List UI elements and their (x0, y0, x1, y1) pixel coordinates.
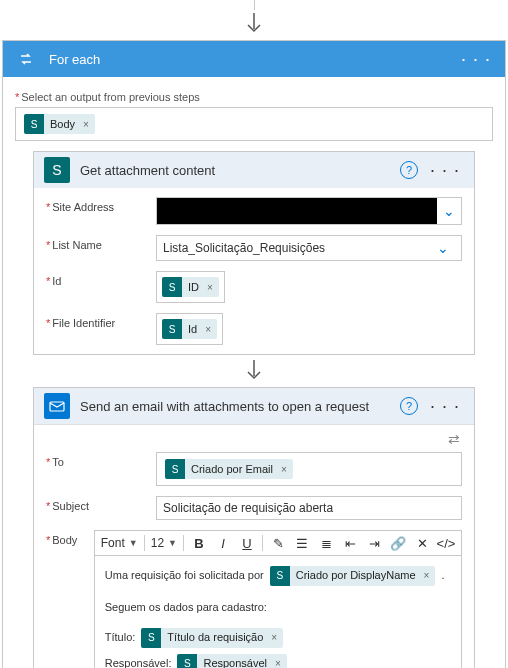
site-address-label: *Site Address (46, 197, 156, 213)
subject-input[interactable]: Solicitação de requisição aberta (156, 496, 462, 520)
sharepoint-icon: S (44, 157, 70, 183)
token-remove[interactable]: × (81, 119, 95, 130)
token-id[interactable]: S ID × (162, 277, 219, 297)
foreach-card: For each · · · *Select an output from pr… (2, 40, 506, 668)
chevron-down-icon[interactable]: ⌄ (431, 240, 455, 256)
foreach-header[interactable]: For each · · · (3, 41, 505, 77)
indent-button[interactable]: ⇥ (365, 534, 383, 552)
id-label: *Id (46, 271, 156, 287)
sharepoint-token-icon: S (141, 628, 161, 648)
sharepoint-token-icon: S (165, 459, 185, 479)
body-label: *Body (46, 530, 94, 546)
sharepoint-token-icon: S (162, 277, 182, 297)
foreach-menu[interactable]: · · · (457, 49, 495, 70)
connector-arrow-top (0, 10, 508, 40)
underline-button[interactable]: U (238, 534, 256, 552)
rte-toolbar: Font▼ 12▼ B I U ✎ ☰ ≣ (94, 530, 462, 556)
token-body[interactable]: S Body × (24, 114, 95, 134)
help-icon[interactable]: ? (400, 161, 418, 179)
token-remove[interactable]: × (205, 282, 219, 293)
swap-icon[interactable]: ⇄ (34, 425, 474, 447)
foreach-select-label: *Select an output from previous steps (15, 91, 493, 103)
code-view-button[interactable]: </> (437, 534, 455, 552)
token-file-id[interactable]: S Id × (162, 319, 217, 339)
email-menu[interactable]: · · · (426, 396, 464, 417)
number-list-button[interactable]: ≣ (317, 534, 335, 552)
link-button[interactable]: 🔗 (389, 534, 407, 552)
sharepoint-token-icon: S (270, 566, 290, 586)
sharepoint-token-icon: S (177, 654, 197, 668)
site-address-input[interactable]: ⌄ (156, 197, 462, 225)
help-icon[interactable]: ? (400, 397, 418, 415)
list-name-input[interactable]: Lista_Solicitação_Requisições ⌄ (156, 235, 462, 261)
body-editor[interactable]: Uma requisição foi solicitada por S Cria… (94, 556, 462, 668)
attachment-title: Get attachment content (80, 163, 400, 178)
body-line: Responsável:SResponsável× (105, 652, 451, 668)
outlook-icon (44, 393, 70, 419)
token-remove[interactable]: × (279, 464, 293, 475)
token-remove[interactable]: × (269, 629, 283, 647)
body-line-label: Responsável: (105, 654, 172, 668)
file-identifier-input[interactable]: S Id × (156, 313, 223, 345)
sharepoint-token-icon: S (24, 114, 44, 134)
bullet-list-button[interactable]: ☰ (293, 534, 311, 552)
token-displayname[interactable]: S Criado por DisplayName × (270, 566, 436, 586)
foreach-output-input[interactable]: S Body × (15, 107, 493, 141)
token-remove[interactable]: × (422, 567, 436, 585)
email-card: Send an email with attachments to open a… (33, 387, 475, 668)
body-line: Título:STítulo da requisição× (105, 626, 451, 650)
subject-label: *Subject (46, 496, 156, 512)
sharepoint-token-icon: S (162, 319, 182, 339)
site-address-value-redacted (157, 198, 437, 224)
to-label: *To (46, 452, 156, 468)
token-to[interactable]: S Criado por Email × (165, 459, 293, 479)
outdent-button[interactable]: ⇤ (341, 534, 359, 552)
attachment-menu[interactable]: · · · (426, 160, 464, 181)
token-remove[interactable]: × (203, 324, 217, 335)
font-family-select[interactable]: Font▼ (101, 536, 138, 550)
email-title: Send an email with attachments to open a… (80, 399, 400, 414)
list-name-label: *List Name (46, 235, 156, 251)
token-título-da-requisição[interactable]: STítulo da requisição× (141, 628, 283, 648)
strike-button[interactable]: ✎ (269, 534, 287, 552)
body-line-label: Título: (105, 628, 136, 648)
foreach-title: For each (49, 52, 457, 67)
font-size-select[interactable]: 12▼ (151, 536, 177, 550)
token-responsável[interactable]: SResponsável× (177, 654, 286, 668)
token-remove[interactable]: × (273, 655, 287, 668)
attachment-header[interactable]: S Get attachment content ? · · · (34, 152, 474, 188)
italic-button[interactable]: I (214, 534, 232, 552)
email-header[interactable]: Send an email with attachments to open a… (34, 388, 474, 424)
to-input[interactable]: S Criado por Email × (156, 452, 462, 486)
id-input[interactable]: S ID × (156, 271, 225, 303)
chevron-down-icon[interactable]: ⌄ (437, 203, 461, 219)
attachment-card: S Get attachment content ? · · · *Site A… (33, 151, 475, 355)
file-identifier-label: *File Identifier (46, 313, 156, 329)
connector-arrow-mid (15, 357, 493, 387)
loop-icon (13, 46, 39, 72)
bold-button[interactable]: B (190, 534, 208, 552)
clear-format-button[interactable]: ✕ (413, 534, 431, 552)
